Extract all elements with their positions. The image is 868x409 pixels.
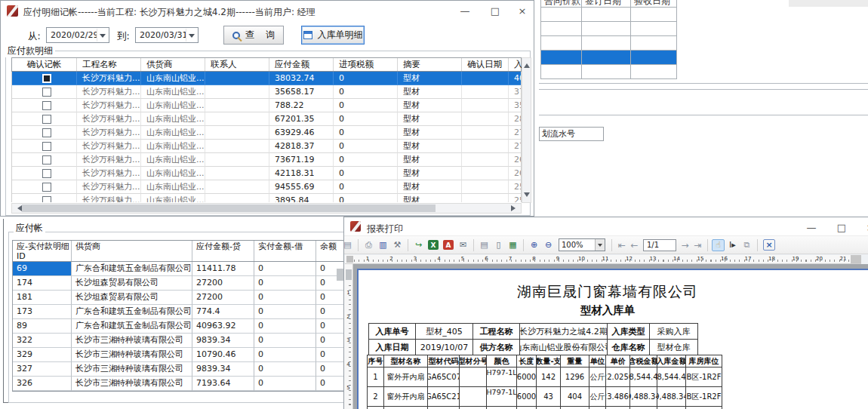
preview-area[interactable]: 湖南巨晟门窗幕墙有限公司 型材入库单 入库单号型材_405工程名称长沙万科魅力之…	[353, 264, 868, 409]
scroll-left-icon[interactable]	[14, 205, 22, 211]
page-number-input[interactable]: 1/1	[643, 239, 676, 251]
ruler-thumb[interactable]	[346, 269, 352, 280]
supplier-cell: 山东南山铝业...	[141, 153, 205, 167]
table-row[interactable]	[541, 22, 677, 36]
payable-row[interactable]: 长沙万科魅力...山东南山铝业...35658.170型材376	[12, 85, 521, 99]
column-header[interactable]: 联系人	[205, 58, 269, 71]
pdf-export-icon[interactable]: A	[443, 240, 454, 250]
payable-row[interactable]: 长沙万科魅力...山东南山铝业...67201.350型材283	[12, 112, 521, 126]
column-header[interactable]: 确认记帐	[12, 58, 77, 71]
vertical-scrollbar[interactable]	[522, 57, 531, 203]
contact-cell	[205, 153, 269, 167]
dropdown-arrow-icon[interactable]	[97, 29, 108, 42]
confirm-checkbox[interactable]	[42, 169, 51, 178]
payables-row[interactable]: 69广东合和建筑五金制品有限公司11411.7800	[13, 262, 346, 276]
payables-row[interactable]: 326长沙市三湘特种玻璃有限公司7193.6400	[13, 377, 346, 391]
payable-row[interactable]: 长沙万科魅力...山东南山铝业...3895.840型材250	[12, 194, 521, 202]
copy-page-icon[interactable]: ⧉	[740, 239, 753, 251]
confirm-checkbox[interactable]	[42, 196, 51, 203]
excel-export-icon[interactable]: X	[428, 240, 439, 250]
mail-icon[interactable]: ✉	[457, 239, 469, 251]
text-select-icon[interactable]: I▸	[726, 239, 739, 251]
scroll-right-icon[interactable]	[511, 205, 519, 211]
data-grid-icon[interactable]: ▦	[506, 239, 519, 251]
scroll-up-icon[interactable]	[524, 60, 530, 68]
table-row[interactable]	[541, 51, 677, 65]
zoom-in-icon[interactable]: ⊕	[528, 239, 540, 251]
report-page[interactable]: 湖南巨晟门窗幕墙有限公司 型材入库单 入库单号型材_405工程名称长沙万科魅力之…	[357, 269, 868, 409]
scroll-down-icon[interactable]	[524, 192, 530, 200]
column-header[interactable]: 应付金额-贷	[192, 241, 254, 261]
table-row[interactable]	[541, 36, 677, 51]
table-row[interactable]	[541, 8, 677, 22]
payable-row[interactable]: 长沙万科魅力...山东南山铝业...94555.690型材251	[12, 180, 521, 194]
zoom-select[interactable]: 100%	[559, 238, 605, 251]
column-header[interactable]: 应付金额	[269, 58, 334, 71]
column-header[interactable]: 实付金额-借	[254, 241, 316, 261]
minimize-button[interactable]: —	[800, 220, 823, 235]
payable-row[interactable]: 长沙万科魅力...山东南山铝业...73671.190型材266	[12, 153, 521, 167]
plan-serial-field[interactable]: 划流水号	[539, 127, 604, 141]
titlebar[interactable]: 报表打印 — □ ×	[344, 217, 868, 236]
toggle-sidebar-icon[interactable]: ▤	[344, 239, 354, 251]
column-header[interactable]: 工程名称	[77, 58, 141, 71]
payables-row[interactable]: 173广东合和建筑五金制品有限公司774.400	[13, 305, 346, 319]
query-button[interactable]: 查 询	[223, 26, 284, 45]
last-page-icon[interactable]: ⇥	[692, 240, 703, 251]
inbound-detail-button[interactable]: 入库单明细	[301, 26, 365, 45]
payables-row[interactable]: 327长沙市三湘特种玻璃有限公司9839.3400	[13, 362, 346, 377]
confirm-checkbox[interactable]	[42, 128, 51, 137]
payables-row[interactable]: 174长沙坦森贸易有限公司2720000	[13, 276, 346, 291]
hand-tool-icon[interactable]: ☝	[712, 239, 725, 251]
maximize-button[interactable]: □	[484, 3, 506, 19]
payables-row[interactable]: 89广东合和建筑五金制品有限公司40963.9200	[13, 319, 346, 334]
print-icon[interactable]: ⎙	[362, 239, 375, 251]
payable-row[interactable]: 长沙万科魅力...山东南山铝业...63929.460型材276	[12, 126, 521, 140]
close-button[interactable]: ×	[511, 3, 534, 19]
payables-row[interactable]: 322长沙市三湘特种玻璃有限公司9839.3400	[13, 334, 346, 348]
confirm-checkbox[interactable]	[42, 115, 51, 124]
column-header[interactable]: 供货商	[72, 241, 192, 261]
confirm-checkbox[interactable]	[42, 183, 51, 192]
scrollbar-thumb[interactable]	[22, 204, 436, 212]
payable-row[interactable]: 长沙万科魅力...山东南山铝业...38032.740型材405	[12, 72, 521, 85]
prev-page-icon[interactable]: ←	[629, 240, 640, 251]
export-icon[interactable]: ↪	[412, 239, 425, 251]
close-preview-icon[interactable]: ×	[763, 239, 775, 251]
confirm-checkbox[interactable]	[42, 155, 51, 165]
column-header[interactable]: 入库	[509, 58, 522, 71]
confirm-checkbox[interactable]	[42, 74, 51, 83]
minimize-button[interactable]: —	[454, 3, 476, 19]
confirm-checkbox[interactable]	[42, 142, 51, 151]
close-button[interactable]: ×	[859, 220, 868, 235]
from-date-select[interactable]: 2020/02/29	[46, 27, 109, 43]
column-header[interactable]: 应-实付款明细ID	[13, 241, 72, 261]
to-date-select[interactable]: 2020/03/31	[135, 27, 199, 43]
payables-row[interactable]: 329长沙市三湘特种玻璃有限公司10790.4600	[13, 348, 346, 362]
column-header[interactable]: 进项税额	[334, 58, 398, 71]
payable-row[interactable]: 长沙万科魅力...山东南山铝业...42818.370型材275	[12, 140, 521, 153]
tax-cell: 0	[334, 99, 398, 112]
payable-row[interactable]: 长沙万科魅力...山东南山铝业...788.220型材358	[12, 99, 521, 112]
first-page-icon[interactable]: ⇤	[616, 240, 627, 251]
column-header[interactable]: 余额	[316, 241, 346, 261]
confirm-checkbox[interactable]	[42, 101, 51, 110]
dropdown-arrow-icon[interactable]	[186, 29, 197, 42]
confirm-checkbox[interactable]	[42, 88, 51, 97]
column-header[interactable]: 确认日期	[462, 58, 509, 71]
tools-icon[interactable]: ⚒	[391, 239, 404, 251]
horizontal-scrollbar[interactable]	[11, 203, 522, 214]
page-setup-icon[interactable]: ▯	[492, 239, 505, 251]
book-icon[interactable]: ▥	[377, 239, 389, 251]
zoom-out-icon[interactable]: ⊖	[542, 239, 555, 251]
dropdown-arrow-icon[interactable]	[595, 239, 605, 251]
next-page-icon[interactable]: →	[679, 240, 691, 251]
column-header[interactable]: 供货商	[141, 58, 205, 71]
column-header[interactable]: 摘要	[398, 58, 462, 71]
print-setup-icon[interactable]: ▤	[478, 239, 491, 251]
payables-row[interactable]: 181长沙坦森贸易有限公司2720000	[13, 291, 346, 305]
payable-row[interactable]: 长沙万科魅力...山东南山铝业...42118.310型材265	[12, 167, 521, 180]
maximize-button[interactable]: □	[830, 220, 853, 235]
table-row[interactable]	[541, 65, 677, 79]
titlebar[interactable]: 应付明细记帐------当前工程: 长沙万科魅力之城4.2期------当前用户…	[1, 1, 534, 21]
